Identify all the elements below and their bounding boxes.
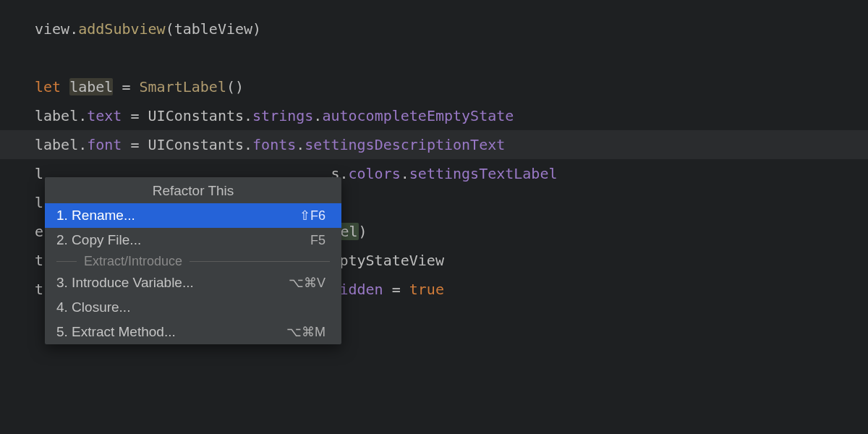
popup-item-shortcut: F5 — [310, 233, 326, 248]
popup-item-label: 5. Extract Method... — [56, 324, 176, 340]
popup-item-label: 2. Copy File... — [56, 232, 141, 248]
popup-item-extract-method[interactable]: 5. Extract Method... ⌥⌘M — [45, 320, 341, 344]
code-line: view.addSubview(tableView) — [0, 14, 868, 43]
popup-item-label: 4. Closure... — [56, 299, 130, 315]
code-line — [0, 43, 868, 72]
popup-title: Refactor This — [45, 177, 341, 203]
code-line: label.text = UIConstants.strings.autocom… — [0, 101, 868, 130]
popup-item-shortcut: ⇧F6 — [299, 208, 326, 224]
popup-item-introduce-variable[interactable]: 3. Introduce Variable... ⌥⌘V — [45, 271, 341, 295]
popup-item-shortcut: ⌥⌘V — [289, 275, 326, 291]
code-line: let label = SmartLabel() — [0, 72, 868, 101]
popup-item-label: 3. Introduce Variable... — [56, 275, 194, 291]
popup-item-shortcut: ⌥⌘M — [286, 324, 326, 340]
popup-item-copy-file[interactable]: 2. Copy File... F5 — [45, 228, 341, 252]
code-line-active: label.font = UIConstants.fonts.settingsD… — [0, 130, 868, 159]
popup-item-closure[interactable]: 4. Closure... — [45, 295, 341, 320]
refactor-popup: Refactor This 1. Rename... ⇧F6 2. Copy F… — [45, 177, 341, 344]
popup-item-rename[interactable]: 1. Rename... ⇧F6 — [45, 203, 341, 228]
popup-item-label: 1. Rename... — [56, 208, 135, 224]
popup-divider: Extract/Introduce — [45, 252, 341, 271]
